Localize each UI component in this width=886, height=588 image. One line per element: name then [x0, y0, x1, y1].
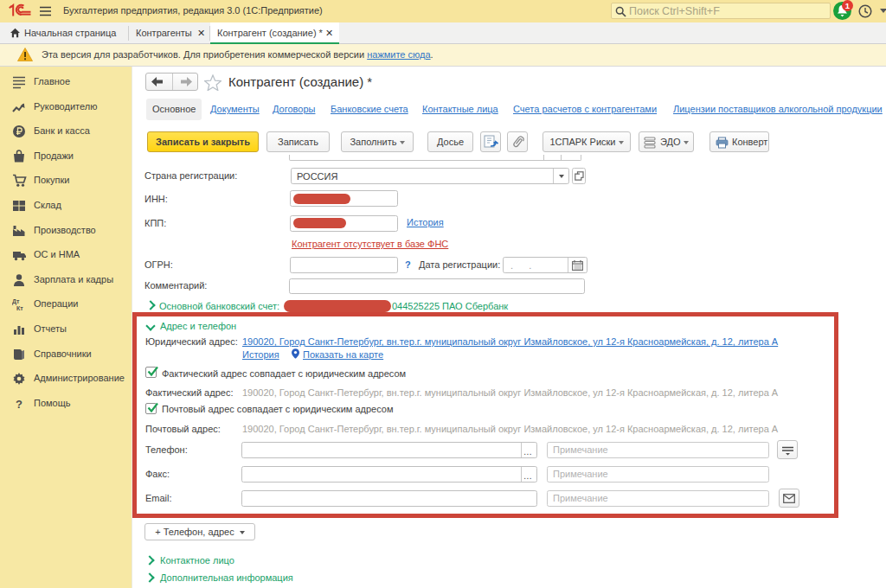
svg-text:?: ? — [16, 398, 22, 411]
svg-text:Кт: Кт — [16, 305, 23, 311]
svg-text:Дт: Дт — [12, 298, 20, 305]
